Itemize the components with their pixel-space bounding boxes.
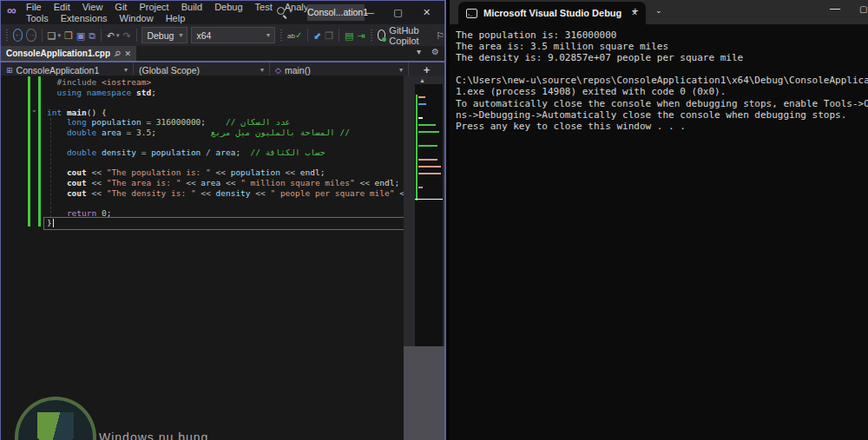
menu-item[interactable]: Extensions [55, 13, 114, 24]
console-line: ns->Debugging->Automatically close the c… [456, 109, 868, 121]
menu-item[interactable]: File [20, 2, 48, 13]
menu-item[interactable]: Build [175, 2, 208, 13]
close-tab-icon[interactable]: ✕ [125, 49, 132, 58]
console-output[interactable]: The population is: 316000000The area is:… [450, 24, 868, 440]
scrollbar-column[interactable]: ▲ [404, 76, 444, 440]
maximize-button[interactable]: ▢ [859, 4, 867, 14]
code-line: cout << "The density is: " << density <<… [47, 188, 404, 199]
code-line: double density = population / area; // ح… [47, 148, 404, 158]
code-text[interactable]: #include <iostream> using namespace std;… [47, 77, 404, 230]
console-line [456, 63, 868, 75]
tab-list-dropdown-icon[interactable]: ▾ [417, 47, 421, 56]
menu-item[interactable]: Help [160, 13, 192, 24]
scrollbar-track[interactable] [404, 346, 444, 440]
minimap-current-line [415, 199, 443, 200]
search-button[interactable]: ▾ [277, 7, 293, 15]
console-window-icon: ›_ [466, 9, 477, 18]
uncomment-icon[interactable]: ⇥ [357, 30, 365, 42]
code-line: using namespace std; [47, 88, 404, 98]
navigate-back-button[interactable]: ← [13, 29, 23, 42]
close-button[interactable]: ✕ [412, 1, 441, 24]
search-icon [277, 7, 285, 15]
console-line: 1.exe (process 14908) exited with code 0… [456, 86, 868, 97]
chevron-down-icon: ▾ [266, 31, 270, 39]
pin-tab-icon[interactable]: ⚲ [112, 49, 122, 59]
toolbar-grip[interactable] [280, 30, 282, 42]
surround-with-icon[interactable]: ❐ [325, 30, 333, 42]
menu-item[interactable]: View [76, 2, 109, 13]
code-line: cout << "The population is: " << populat… [47, 167, 404, 178]
menu-item[interactable]: Edit [48, 2, 76, 13]
chevron-down-icon[interactable]: ▾ [116, 32, 120, 39]
tab-dropdown-icon[interactable]: ⌄ [655, 6, 662, 15]
undo-button[interactable]: ↶ [107, 30, 115, 42]
minimap-line [418, 96, 425, 98]
console-line: The area is: 3.5 million square miles [456, 41, 868, 52]
code-line: double area = 3.5; المساحة بالمليون ميل … [47, 128, 404, 138]
change-tracking-bar [38, 76, 41, 227]
minimap-line [418, 159, 437, 161]
solution-platform-dropdown[interactable]: x64▾ [191, 27, 275, 43]
github-copilot-icon [378, 30, 386, 41]
minimap-line [418, 173, 441, 174]
vs-window-controls: — ▢ ✕ [355, 1, 441, 24]
code-line [47, 158, 404, 168]
vs-title-bar: ∞ FileEditViewGitProjectBuildDebugTestAn… [1, 1, 444, 24]
tab-consoleapplication1-cpp[interactable]: ConsoleApplication1.cpp ⚲ ✕ [1, 46, 136, 61]
toolbar-separator [307, 29, 308, 42]
scroll-up-icon[interactable]: ▲ [419, 77, 425, 83]
minimap-line [418, 187, 423, 188]
menu-item[interactable]: Project [133, 2, 174, 13]
toolbar-grip[interactable] [6, 30, 8, 42]
insert-snippet-icon[interactable]: ⬋ [313, 30, 321, 42]
minimap[interactable] [415, 84, 443, 346]
save-all-button[interactable]: ⧉ [89, 30, 95, 42]
menu-item[interactable]: Git [108, 2, 133, 13]
menu-item[interactable]: Tools [20, 13, 55, 24]
save-button[interactable]: ▣ [76, 30, 85, 42]
visual-studio-logo-icon: ∞ [7, 3, 16, 17]
menu-item[interactable]: Test [249, 2, 279, 13]
minimize-button[interactable]: — [830, 3, 840, 15]
maximize-button[interactable]: ▢ [384, 1, 412, 24]
check-icon: ✓ [295, 30, 302, 40]
current-line-highlight [43, 217, 404, 230]
method-icon: ◇ [275, 66, 281, 75]
minimize-button[interactable]: — [355, 1, 384, 24]
redo-button[interactable]: ↷ [122, 30, 130, 42]
console-line: The population is: 316000000 [456, 30, 868, 41]
menu-item[interactable]: Debug [208, 2, 248, 13]
chevron-down-icon: ▾ [124, 66, 128, 74]
visual-studio-window: ∞ FileEditViewGitProjectBuildDebugTestAn… [0, 0, 446, 440]
terminal-tab[interactable]: ›_ Microsoft Visual Studio Debug ✕ [458, 2, 646, 24]
github-copilot-button[interactable]: GitHub Copilot [378, 25, 432, 46]
code-fold-chevron-icon[interactable]: ⌄ [31, 106, 37, 114]
solution-configuration-dropdown[interactable]: Debug▾ [141, 27, 187, 43]
chevron-down-icon: ▾ [260, 66, 264, 74]
spell-check-button[interactable]: ab✓ [287, 30, 302, 40]
send-feedback-icon[interactable]: ⚐ [436, 30, 444, 42]
console-line: Press any key to close this window . . . [456, 121, 868, 132]
comment-icon[interactable]: ▤ [345, 30, 353, 42]
minimap-change-bar [416, 95, 418, 200]
menu-item[interactable]: Window [114, 13, 160, 24]
navigate-forward-button[interactable]: → [26, 29, 36, 42]
code-line [47, 97, 404, 108]
code-editor[interactable]: ⌄ #include <iostream> using namespace st… [1, 76, 444, 440]
text-cursor [53, 219, 54, 227]
project-icon: ⊞ [6, 66, 13, 75]
open-folder-button[interactable]: ❒ [64, 30, 73, 42]
code-line: long population = 316000000; // عدد السك… [47, 117, 404, 128]
new-item-button[interactable]: ❏ [48, 30, 56, 42]
editor-settings-gear-icon[interactable]: ⚙ [431, 47, 439, 56]
vs-toolbar: ← → ❏ ▾ ❒ ▣ ⧉ ↶ ▾ ↷ Debug▾ x64▾ ab✓ ⬋ ❐ … [1, 24, 444, 46]
toolbar-separator [136, 29, 137, 42]
toolbar-separator [101, 29, 102, 42]
code-line [47, 138, 404, 148]
new-tab-button[interactable]: + [632, 4, 639, 17]
toolbar-grip[interactable] [371, 30, 372, 42]
chevron-down-icon[interactable]: ▾ [57, 32, 61, 39]
minimap-line [418, 103, 426, 105]
change-tracking-bar [28, 76, 30, 227]
shield-icon [37, 412, 74, 440]
